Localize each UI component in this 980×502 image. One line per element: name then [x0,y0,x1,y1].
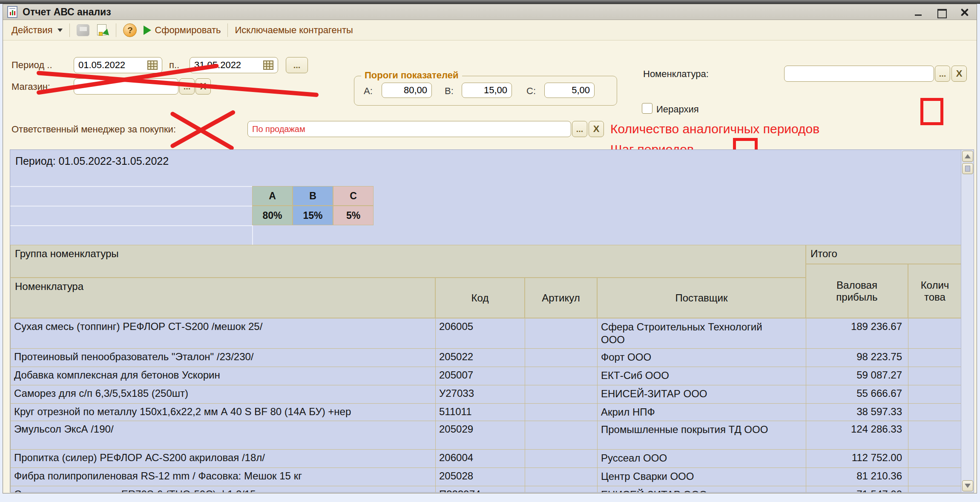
vertical-scrollbar[interactable] [961,150,974,492]
calendar-icon[interactable] [147,60,158,70]
table-row[interactable]: Добавка комплексная для бетонов Ускорин … [11,367,962,385]
gridline [10,206,252,207]
cell-supplier-text: Акрил НПФ [601,406,788,419]
manager-input[interactable]: По продажам [247,121,571,137]
cell-article[interactable] [525,450,598,468]
nomenclature-select-button[interactable]: ... [935,66,950,82]
table-row[interactable]: Фибра полипропиленовая RS-12 mm / Фасовк… [11,468,962,486]
cell-quantity[interactable] [908,318,962,349]
cell-quantity[interactable] [908,421,962,450]
cell-quantity[interactable] [908,349,962,367]
help-button[interactable]: ? [120,22,140,38]
cell-code[interactable]: 205028 [436,468,525,486]
hierarchy-checkbox[interactable] [642,103,652,114]
cell-code[interactable]: У27033 [436,385,525,404]
close-icon[interactable] [960,7,970,17]
cell-quantity[interactable] [908,468,962,486]
cell-profit[interactable]: 98 223.75 [806,349,908,367]
cell-supplier[interactable]: ЕНИСЕЙ-ЗИТАР ООО [598,486,806,493]
threshold-b-input[interactable]: 15,00 [462,83,512,98]
cell-supplier[interactable]: ЕКТ-Сиб ООО [598,367,806,385]
cell-profit[interactable]: 59 087.27 [806,367,908,385]
cell-supplier[interactable]: Акрил НПФ [598,404,806,421]
table-row[interactable]: Сухая смесь (топпинг) РЕФЛОР СТ-S200 /ме… [11,318,962,349]
table-row[interactable]: Сварочная проволока ER70S-6 (THQ-50C) ф1… [11,486,962,493]
cell-article[interactable] [525,421,598,450]
cell-quantity[interactable] [908,486,962,493]
cell-supplier[interactable]: Центр Сварки ООО [598,468,806,486]
scroll-up-button[interactable] [962,151,973,162]
restore-values-button[interactable] [93,22,112,38]
help-icon: ? [123,23,137,37]
cell-name[interactable]: Добавка комплексная для бетонов Ускорин [11,367,436,385]
cell-name[interactable]: Сухая смесь (топпинг) РЕФЛОР СТ-S200 /ме… [11,318,436,349]
threshold-a-input[interactable]: 80,00 [382,83,432,98]
table-row[interactable]: Эмульсол ЭксА /190/ 205029 Промышленные … [11,421,962,450]
cell-article[interactable] [525,349,598,367]
cell-profit[interactable]: 55 666.67 [806,385,908,404]
period-to-input[interactable]: 31.05.2022 [190,57,278,73]
cell-name[interactable]: Фибра полипропиленовая RS-12 mm / Фасовк… [11,468,436,486]
cell-article[interactable] [525,385,598,404]
header-supplier: Поставщик [597,278,806,318]
cell-name[interactable]: Протеиновый пенообразователь "Эталон" /2… [11,349,436,367]
save-values-button[interactable] [73,22,93,38]
cell-name[interactable]: Саморез для с/п 6,3/5,5х185 (250шт) [11,385,436,404]
cell-profit[interactable]: 112 752.00 [806,450,908,468]
scroll-down-button[interactable] [962,480,973,491]
nomenclature-clear-button[interactable]: X [951,66,967,82]
cell-profit[interactable]: 124 286.33 [806,421,908,450]
actions-menu-button[interactable]: Действия [8,22,66,38]
period-more-button[interactable]: ... [286,57,308,73]
table-row[interactable]: Протеиновый пенообразователь "Эталон" /2… [11,349,962,367]
table-row[interactable]: Круг отрезной по металлу 150х1,6х22,2 мм… [11,404,962,421]
table-row[interactable]: Саморез для с/п 6,3/5,5х185 (250шт) У270… [11,385,962,404]
cell-code[interactable]: П323974 [436,486,525,493]
manager-select-button[interactable]: ... [572,121,587,137]
excluded-counterparties-button[interactable]: Исключаемые контрагенты [231,22,356,38]
cell-code[interactable]: 205029 [436,421,525,450]
minimize-icon[interactable] [914,7,924,17]
cell-article[interactable] [525,404,598,421]
gridline [10,186,252,187]
cell-profit[interactable]: 189 236.67 [806,318,908,349]
cell-code[interactable]: 205022 [436,349,525,367]
maximize-icon[interactable] [937,7,947,17]
cell-quantity[interactable] [908,404,962,421]
cell-code[interactable]: 205007 [436,367,525,385]
period-from-input[interactable]: 01.05.2022 [74,57,162,73]
cell-quantity[interactable] [908,450,962,468]
generate-button[interactable]: Сформировать [140,22,224,38]
title-bar[interactable]: Отчет АВС анализ [3,4,977,20]
table-row[interactable]: Пропитка (силер) РЕФЛОР АС-S200 акрилова… [11,450,962,468]
threshold-c-input[interactable]: 5,00 [544,83,595,98]
cell-supplier[interactable]: Промышленные покрытия ТД ООО [598,421,806,450]
manager-clear-button[interactable]: X [589,121,604,137]
excluded-counterparties-label: Исключаемые контрагенты [235,25,353,36]
cell-name[interactable]: Круг отрезной по металлу 150х1,6х22,2 мм… [11,404,436,421]
cell-profit[interactable]: 38 597.33 [806,404,908,421]
cell-quantity[interactable] [908,367,962,385]
cell-supplier[interactable]: Руссеал ООО [598,450,806,468]
cell-profit[interactable]: 81 210.36 [806,468,908,486]
cell-name[interactable]: Эмульсол ЭксА /190/ [11,421,436,450]
nomenclature-input[interactable] [784,66,934,82]
cell-article[interactable] [525,468,598,486]
cell-supplier[interactable]: ЕНИСЕЙ-ЗИТАР ООО [598,385,806,404]
cell-article[interactable] [525,318,598,349]
cell-article[interactable] [525,367,598,385]
scroll-marker-button[interactable] [962,163,973,174]
cell-quantity[interactable] [908,385,962,404]
cell-article[interactable] [525,486,598,493]
cell-code[interactable]: 511011 [436,404,525,421]
cell-code[interactable]: 206005 [436,318,525,349]
cell-name[interactable]: Пропитка (силер) РЕФЛОР АС-S200 акрилова… [11,450,436,468]
calendar-icon[interactable] [263,60,273,70]
cell-name[interactable]: Сварочная проволока ER70S-6 (THQ-50C) ф1… [11,486,436,493]
cell-profit[interactable]: 71 547.00 [806,486,908,493]
cell-code[interactable]: 206004 [436,450,525,468]
cell-supplier[interactable]: Сфера Строительных Технологий ООО [598,318,806,349]
clear-icon: X [956,68,963,79]
cell-supplier[interactable]: Форт ООО [598,349,806,367]
report-area[interactable]: Период: 01.05.2022-31.05.2022 A B C 80% … [10,149,974,493]
